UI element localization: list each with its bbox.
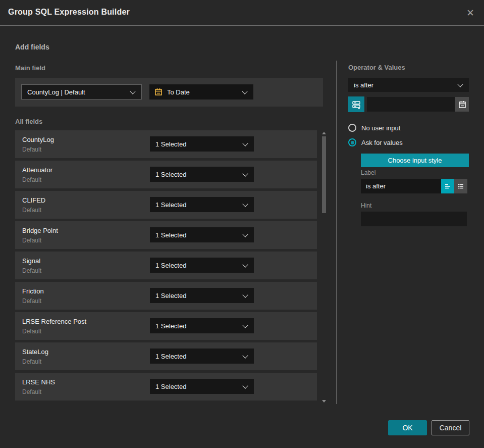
field-selection-dropdown[interactable]: 1 Selected bbox=[150, 258, 254, 273]
chevron-down-icon bbox=[457, 81, 463, 87]
radio-unselected-icon bbox=[348, 124, 356, 132]
dialog-header: Group SQL Expression Builder ✕ bbox=[0, 0, 484, 26]
field-name: CountyLog bbox=[22, 136, 54, 143]
add-fields-heading: Add fields bbox=[15, 43, 49, 51]
operator-values-label: Operator & Values bbox=[348, 64, 405, 71]
radio-no-user-input-label: No user input bbox=[361, 124, 400, 132]
field-name: LRSE Reference Post bbox=[22, 318, 86, 325]
unique-values-button[interactable] bbox=[348, 96, 364, 112]
list-style-button[interactable] bbox=[454, 179, 467, 193]
scrollbar-thumb[interactable] bbox=[322, 136, 326, 213]
single-line-style-button[interactable] bbox=[441, 179, 454, 193]
list-icon bbox=[457, 182, 465, 190]
field-row: LRSE NHS Default 1 Selected bbox=[15, 373, 317, 401]
field-selection-dropdown[interactable]: 1 Selected bbox=[150, 318, 254, 333]
radio-selected-icon bbox=[348, 138, 356, 146]
panel-divider bbox=[336, 61, 337, 404]
date-field-dropdown[interactable]: To Date bbox=[149, 84, 253, 99]
radio-no-user-input[interactable]: No user input bbox=[348, 124, 400, 132]
field-selection-dropdown[interactable]: 1 Selected bbox=[150, 197, 254, 212]
cancel-button[interactable]: Cancel bbox=[432, 420, 469, 435]
list-scrollbar[interactable] bbox=[320, 130, 328, 404]
main-field-dropdown[interactable]: CountyLog | Default bbox=[21, 84, 142, 99]
radio-ask-for-values-label: Ask for values bbox=[361, 139, 403, 146]
field-selection-value: 1 Selected bbox=[150, 292, 243, 300]
value-input[interactable] bbox=[367, 97, 455, 112]
chevron-down-icon bbox=[242, 231, 248, 237]
field-name: Friction bbox=[22, 287, 44, 295]
align-left-icon bbox=[444, 182, 452, 190]
hint-field-label: Hint bbox=[361, 202, 371, 209]
field-selection-value: 1 Selected bbox=[150, 262, 243, 269]
ok-button[interactable]: OK bbox=[388, 420, 427, 435]
operator-dropdown-value: is after bbox=[348, 81, 458, 89]
field-name: CLIFED bbox=[22, 196, 45, 204]
field-selection-dropdown[interactable]: 1 Selected bbox=[150, 227, 254, 242]
chevron-down-icon bbox=[242, 171, 248, 176]
main-field-panel: CountyLog | Default To Date bbox=[15, 78, 323, 107]
chevron-down-icon bbox=[242, 322, 248, 328]
field-row: CLIFED Default 1 Selected bbox=[15, 191, 317, 219]
radio-ask-for-values[interactable]: Ask for values bbox=[348, 138, 403, 146]
field-row: Attenuator Default 1 Selected bbox=[15, 161, 317, 188]
field-type: Default bbox=[22, 267, 41, 274]
field-selection-value: 1 Selected bbox=[150, 140, 243, 148]
all-fields-label: All fields bbox=[15, 118, 42, 125]
operator-dropdown[interactable]: is after bbox=[348, 78, 469, 92]
chevron-down-icon bbox=[130, 88, 135, 94]
chevron-down-icon bbox=[242, 201, 248, 207]
field-selection-dropdown[interactable]: 1 Selected bbox=[150, 136, 254, 152]
chevron-down-icon bbox=[242, 292, 248, 297]
field-name: LRSE NHS bbox=[22, 378, 55, 386]
field-selection-value: 1 Selected bbox=[150, 383, 243, 390]
field-type: Default bbox=[22, 207, 41, 214]
field-type: Default bbox=[22, 237, 41, 244]
chevron-down-icon bbox=[242, 140, 248, 146]
field-type: Default bbox=[22, 176, 41, 183]
input-style-toggle-group bbox=[441, 179, 467, 193]
scroll-down-arrow-icon[interactable] bbox=[322, 400, 326, 403]
field-type: Default bbox=[22, 146, 41, 153]
field-selection-value: 1 Selected bbox=[150, 171, 243, 178]
field-type: Default bbox=[22, 388, 41, 395]
chevron-down-icon bbox=[242, 262, 248, 267]
calendar-icon bbox=[458, 100, 467, 109]
label-field-label: Label bbox=[361, 169, 375, 176]
scroll-up-arrow-icon[interactable] bbox=[322, 132, 326, 134]
close-icon[interactable]: ✕ bbox=[464, 7, 477, 20]
hint-input[interactable] bbox=[361, 212, 467, 226]
chevron-down-icon bbox=[242, 383, 248, 388]
main-field-dropdown-value: CountyLog | Default bbox=[22, 88, 131, 96]
field-type: Default bbox=[22, 358, 41, 365]
label-input[interactable]: is after bbox=[361, 179, 441, 193]
choose-input-style-button[interactable]: Choose input style bbox=[361, 154, 469, 167]
all-fields-list: CountyLog Default 1 Selected Attenuator … bbox=[15, 130, 317, 403]
field-selection-value: 1 Selected bbox=[150, 231, 243, 239]
field-name: Signal bbox=[22, 257, 40, 265]
field-type: Default bbox=[22, 328, 41, 335]
field-name: Attenuator bbox=[22, 166, 52, 174]
field-type: Default bbox=[22, 297, 41, 305]
field-selection-dropdown[interactable]: 1 Selected bbox=[150, 349, 254, 364]
field-selection-value: 1 Selected bbox=[150, 322, 243, 330]
field-row: StateLog Default 1 Selected bbox=[15, 342, 317, 370]
date-dropdown-value: To Date bbox=[163, 88, 243, 96]
chevron-down-icon bbox=[242, 353, 248, 358]
calendar-icon bbox=[154, 87, 163, 96]
field-name: Bridge Point bbox=[22, 227, 58, 234]
chevron-down-icon bbox=[242, 88, 247, 94]
calendar-picker-button[interactable] bbox=[455, 97, 469, 112]
dialog-title: Group SQL Expression Builder bbox=[8, 8, 130, 17]
field-name: StateLog bbox=[22, 348, 48, 356]
field-row: Bridge Point Default 1 Selected bbox=[15, 221, 317, 249]
unique-values-icon bbox=[351, 99, 361, 110]
field-row: Friction Default 1 Selected bbox=[15, 282, 317, 310]
field-row: CountyLog Default 1 Selected bbox=[15, 130, 317, 158]
field-selection-dropdown[interactable]: 1 Selected bbox=[150, 288, 254, 303]
field-selection-value: 1 Selected bbox=[150, 353, 243, 360]
group-sql-expression-builder-dialog: Group SQL Expression Builder ✕ Add field… bbox=[0, 0, 484, 448]
field-selection-dropdown[interactable]: 1 Selected bbox=[150, 167, 254, 182]
main-field-label: Main field bbox=[15, 64, 45, 72]
field-row: Signal Default 1 Selected bbox=[15, 252, 317, 279]
field-selection-dropdown[interactable]: 1 Selected bbox=[150, 379, 254, 394]
